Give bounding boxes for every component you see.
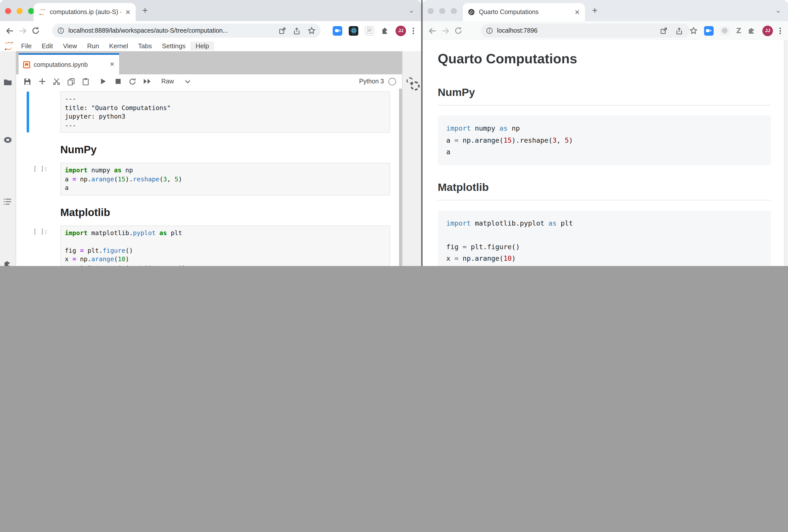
address-bar[interactable]: localhost:8889/lab/workspaces/auto-S/tre… <box>52 24 321 38</box>
open-in-app-icon[interactable] <box>660 27 667 35</box>
run-cell-button[interactable] <box>96 78 111 85</box>
z-extension-icon[interactable]: Z <box>736 27 741 35</box>
browser-tab-title: Quarto Computations <box>479 8 570 16</box>
extensions-puzzle-icon[interactable] <box>748 27 756 35</box>
numpy-cell-editor[interactable]: import numpy as npa = np.arange(15).resh… <box>60 163 390 195</box>
menu-settings[interactable]: Settings <box>157 41 191 50</box>
notes-extension-icon[interactable] <box>365 26 374 36</box>
desktop: computations.ip (auto-S) - Jup ✕ + ⌄ loc… <box>0 0 788 266</box>
zoom-extension-icon[interactable] <box>333 26 342 36</box>
notebook-tab-close-icon[interactable]: ✕ <box>110 61 115 68</box>
reload-icon[interactable] <box>29 27 42 35</box>
forward-icon[interactable] <box>16 26 29 35</box>
menu-edit[interactable]: Edit <box>37 41 58 50</box>
reload-icon[interactable] <box>452 27 465 35</box>
react-devtools-icon[interactable] <box>349 26 358 36</box>
browser-tabstrip: Quarto Computations ✕ + ⌄ <box>422 0 788 21</box>
tab-close-icon[interactable]: ✕ <box>574 9 580 15</box>
extensions-puzzle-icon[interactable] <box>381 27 389 35</box>
table-of-contents-icon[interactable] <box>3 199 12 205</box>
matplotlib-code-cell[interactable]: [ ]: import matplotlib.pyplot as plt fig… <box>16 225 399 266</box>
notebook-tab[interactable]: computations.ipynb ✕ <box>19 53 119 74</box>
minimize-window-button[interactable] <box>439 8 445 14</box>
menu-run[interactable]: Run <box>82 41 104 50</box>
cut-cells-button[interactable] <box>49 78 64 85</box>
browser-tabstrip: computations.ip (auto-S) - Jup ✕ + ⌄ <box>0 0 421 21</box>
kernel-indicator[interactable]: Python 3 <box>359 78 402 85</box>
back-icon[interactable] <box>426 26 439 35</box>
notebook-content[interactable]: ---title: "Quarto Computations"jupyter: … <box>16 88 399 266</box>
add-cell-button[interactable] <box>35 78 49 85</box>
markdown-heading-numpy[interactable]: NumPy <box>16 144 399 156</box>
restart-run-all-button[interactable] <box>140 78 154 84</box>
menu-tabs[interactable]: Tabs <box>133 41 157 50</box>
save-button[interactable] <box>20 78 35 85</box>
jupyter-menubar: File Edit View Run Kernel Tabs Settings … <box>0 40 421 52</box>
cell-collapser[interactable] <box>27 91 29 132</box>
numpy-code-cell[interactable]: [ ]: import numpy as npa = np.arange(15)… <box>16 163 399 195</box>
browser-tab[interactable]: computations.ip (auto-S) - Jup ✕ <box>34 3 136 21</box>
react-devtools-icon[interactable] <box>720 26 730 36</box>
window-controls[interactable] <box>428 8 457 14</box>
close-window-button[interactable] <box>428 8 434 14</box>
zoom-window-button[interactable] <box>28 8 34 14</box>
interrupt-kernel-button[interactable] <box>111 78 125 84</box>
quarto-browser-window: Quarto Computations ✕ + ⌄ localhost:7896 <box>422 0 788 266</box>
restart-kernel-button[interactable] <box>125 78 140 85</box>
site-info-icon[interactable] <box>57 27 64 34</box>
markdown-heading-matplotlib[interactable]: Matplotlib <box>16 206 399 218</box>
forward-icon[interactable] <box>439 26 452 35</box>
browser-tab[interactable]: Quarto Computations ✕ <box>463 3 585 21</box>
bookmark-star-icon[interactable] <box>690 27 697 35</box>
browser-toolbar: localhost:8889/lab/workspaces/auto-S/tre… <box>0 21 421 40</box>
address-bar[interactable]: localhost:7896 <box>481 24 690 38</box>
cell-type-value: Raw <box>161 78 174 85</box>
file-browser-icon[interactable] <box>3 79 12 86</box>
zoom-window-button[interactable] <box>451 8 457 14</box>
share-icon[interactable] <box>675 27 683 35</box>
section-heading-numpy: NumPy <box>438 86 771 105</box>
section-heading-matplotlib: Matplotlib <box>438 181 771 200</box>
minimize-window-button[interactable] <box>17 8 23 14</box>
paste-cells-button[interactable] <box>78 78 93 85</box>
bookmark-star-icon[interactable] <box>308 27 316 35</box>
window-controls[interactable] <box>5 8 34 14</box>
url-text[interactable]: localhost:8889/lab/workspaces/auto-S/tre… <box>68 27 278 34</box>
cell-prompt: [ ]: <box>33 228 48 235</box>
copy-cells-button[interactable] <box>64 78 78 85</box>
right-sidebar-strip <box>402 51 421 266</box>
new-tab-button[interactable]: + <box>592 6 597 15</box>
raw-cell[interactable]: ---title: "Quarto Computations"jupyter: … <box>16 91 399 132</box>
matplotlib-cell-editor[interactable]: import matplotlib.pyplot as plt fig = pl… <box>60 225 390 266</box>
menu-file[interactable]: File <box>16 41 37 50</box>
running-kernels-icon[interactable] <box>3 137 12 143</box>
menu-kernel[interactable]: Kernel <box>104 41 133 50</box>
matplotlib-code-block: import matplotlib.pyplot as plt fig = pl… <box>438 210 771 266</box>
quarto-page[interactable]: Quarto Computations NumPy import numpy a… <box>422 40 785 266</box>
tab-search-chevron-icon[interactable]: ⌄ <box>409 6 414 14</box>
extension-manager-icon[interactable] <box>3 260 12 266</box>
menu-help[interactable]: Help <box>191 41 214 50</box>
profile-avatar[interactable]: JJ <box>395 25 406 36</box>
share-icon[interactable] <box>293 27 300 35</box>
page-scrollbar[interactable] <box>784 40 788 266</box>
extension-icons: JJ <box>333 25 414 36</box>
zoom-extension-icon[interactable] <box>704 26 714 36</box>
menu-view[interactable]: View <box>58 41 82 50</box>
profile-avatar[interactable]: JJ <box>762 25 773 36</box>
chrome-menu-icon[interactable] <box>413 27 414 34</box>
url-text[interactable]: localhost:7896 <box>497 27 685 34</box>
back-icon[interactable] <box>3 26 16 35</box>
chrome-menu-icon[interactable] <box>780 27 781 34</box>
cell-type-dropdown[interactable]: Raw <box>161 78 191 85</box>
open-in-app-icon[interactable] <box>278 27 286 35</box>
notebook-tab-label: computations.ipynb <box>34 61 110 68</box>
tab-search-chevron-icon[interactable]: ⌄ <box>775 6 781 14</box>
new-tab-button[interactable]: + <box>142 6 148 15</box>
close-window-button[interactable] <box>5 8 11 14</box>
jupyterlab-workarea: computations.ipynb ✕ <box>0 51 421 266</box>
activity-sidebar <box>0 51 16 266</box>
site-info-icon[interactable] <box>486 27 493 34</box>
raw-cell-editor[interactable]: ---title: "Quarto Computations"jupyter: … <box>60 91 390 132</box>
tab-close-icon[interactable]: ✕ <box>125 9 131 15</box>
